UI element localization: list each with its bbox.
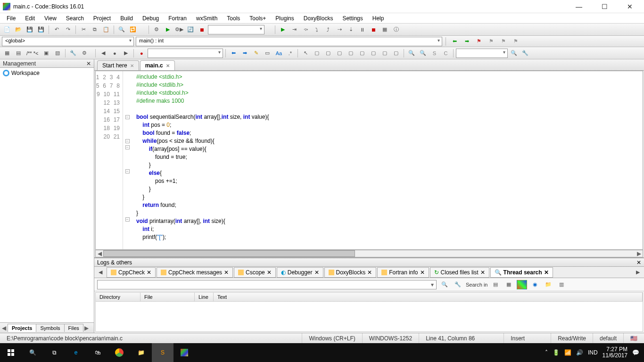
macro-dropdown[interactable] [148, 49, 223, 58]
save-icon[interactable]: 💾 [25, 25, 35, 34]
logs-tab-cppcheck[interactable]: CppCheck✕ [107, 267, 156, 278]
rebuild-icon[interactable]: 🔄 [185, 25, 196, 34]
minimize-button[interactable]: — [570, 3, 587, 10]
box5-icon[interactable]: ▢ [357, 49, 367, 58]
debug-step-out-icon[interactable]: ⤴ [323, 25, 333, 34]
box3-icon[interactable]: ▢ [334, 49, 345, 58]
letter-s-icon[interactable]: S [429, 49, 439, 58]
tab-close-icon[interactable]: ✕ [314, 269, 319, 276]
logs-tab-doxyblocks[interactable]: DoxyBlocks✕ [324, 267, 377, 278]
sublime-icon[interactable]: S [152, 343, 173, 362]
logs-tab-cscope[interactable]: Cscope✕ [234, 267, 276, 278]
scope-global-dropdown[interactable]: <global> [2, 37, 134, 46]
menu-doxyblocks[interactable]: DoxyBlocks [300, 14, 337, 23]
match-case-icon[interactable]: Aa [273, 49, 284, 58]
scope-target-icon[interactable]: ◉ [530, 280, 540, 289]
col-line[interactable]: Line [195, 293, 214, 301]
abort-icon[interactable]: ⏹ [197, 25, 207, 34]
logs-tab-left-arrow-icon[interactable]: ◀ [95, 268, 106, 277]
search-go-icon[interactable]: 🔍 [509, 49, 519, 58]
fold-toggle-icon[interactable]: − [125, 145, 130, 149]
menu-build[interactable]: Build [116, 14, 137, 23]
debug-step-over-icon[interactable]: ⤼ [300, 25, 311, 34]
menu-tools[interactable]: Tools [223, 14, 244, 23]
tab-close-icon[interactable]: ✕ [367, 269, 372, 276]
col-text[interactable]: Text [214, 293, 643, 301]
wifi-icon[interactable]: 📶 [564, 349, 571, 356]
run-icon[interactable]: ▶ [163, 25, 173, 34]
fold-toggle-icon[interactable]: − [125, 169, 130, 173]
bookmark-clear-icon[interactable]: ⚑ [511, 37, 521, 46]
mgmt-tab-symbols[interactable]: Symbols [36, 324, 64, 332]
battery-icon[interactable]: 🔋 [553, 349, 560, 356]
code-editor[interactable]: 1 2 3 4 5 6 7 8 9 10 11 12 13 14 15 16 1… [95, 71, 643, 250]
menu-fortran[interactable]: Fortran [165, 14, 190, 23]
debug-info-icon[interactable]: ⓘ [391, 25, 401, 34]
col-file[interactable]: File [140, 293, 195, 301]
redo-icon[interactable]: ↷ [63, 25, 73, 34]
tab-close-icon[interactable]: ✕ [130, 63, 134, 68]
tab-start-here[interactable]: Start here ✕ [97, 60, 139, 70]
tray-expand-icon[interactable]: ˄ [545, 349, 548, 356]
build-icon[interactable]: ⚙ [151, 25, 162, 34]
menu-settings[interactable]: Settings [339, 14, 366, 23]
copy-icon[interactable]: ⧉ [90, 25, 100, 34]
doxy-wrench-icon[interactable]: 🔧 [68, 49, 78, 58]
fold-toggle-icon[interactable]: − [125, 139, 130, 143]
codeblocks-taskbar-icon[interactable] [173, 343, 195, 362]
box6-icon[interactable]: ▢ [368, 49, 379, 58]
bookmark-prev-icon[interactable]: ⚑ [486, 37, 496, 46]
doxy-prefs-icon[interactable]: ⚙ [79, 49, 90, 58]
menu-wxsmith[interactable]: wxSmith [192, 14, 221, 23]
col-directory[interactable]: Directory [96, 293, 140, 301]
code-content[interactable]: #include <stdio.h> #include <stdlib.h> #… [132, 71, 643, 249]
record-icon[interactable]: ● [136, 49, 147, 58]
tab-close-icon[interactable]: ✕ [147, 269, 151, 276]
jump-dot-icon[interactable]: ● [109, 49, 120, 58]
prev-mark-icon[interactable]: ⬅ [228, 49, 239, 58]
debug-windows-icon[interactable]: ▦ [380, 25, 390, 34]
cursor-icon[interactable]: ↖ [300, 49, 311, 58]
find-icon[interactable]: 🔍 [116, 25, 127, 34]
jump-back-icon[interactable]: ◀ [98, 49, 108, 58]
box4-icon[interactable]: ▢ [346, 49, 356, 58]
nav-forward-icon[interactable]: ➡ [462, 37, 472, 46]
scrollbar-thumb[interactable] [103, 250, 355, 257]
language-indicator[interactable]: IND [588, 349, 598, 356]
doxy-run-icon[interactable]: ▣ [41, 49, 51, 58]
search-results-table[interactable]: Directory File Line Text [95, 292, 643, 332]
new-file-icon[interactable]: 📄 [2, 25, 12, 34]
doxy-line-icon[interactable]: ▤ [13, 49, 24, 58]
store-icon[interactable]: 🛍 [87, 343, 108, 362]
volume-icon[interactable]: 🔊 [576, 349, 583, 356]
workspace-tree[interactable]: Workspace [0, 68, 94, 322]
search-options-icon[interactable]: 🔧 [453, 280, 463, 289]
debug-next-instr-icon[interactable]: ⇢ [334, 25, 345, 34]
file-explorer-icon[interactable]: 📁 [130, 343, 152, 362]
mgmt-tab-left-arrow-icon[interactable]: ◀ [0, 325, 8, 331]
mgmt-tab-right-arrow-icon[interactable]: ▶ [83, 325, 91, 331]
search-dropdown[interactable] [456, 49, 508, 58]
bookmark-toggle-icon[interactable]: ⚑ [474, 37, 484, 46]
search-icon[interactable]: 🔍 [22, 343, 43, 362]
search-options-icon[interactable]: 🔧 [520, 49, 530, 58]
debug-step-into-icon[interactable]: ⤵ [312, 25, 322, 34]
horizontal-scrollbar[interactable]: ◀ ▶ [95, 250, 643, 257]
debug-run-to-cursor-icon[interactable]: ⇥ [289, 25, 299, 34]
regex-icon[interactable]: .* [285, 49, 295, 58]
logs-tab-cppcheck-messages[interactable]: CppCheck messages✕ [157, 267, 233, 278]
scope-function-dropdown[interactable]: main() : int [136, 37, 442, 46]
search-run-icon[interactable]: 🔍 [439, 280, 450, 289]
menu-help[interactable]: Help [369, 14, 388, 23]
build-run-icon[interactable]: ⚙▶ [174, 25, 184, 34]
open-file-icon[interactable]: 📂 [13, 25, 24, 34]
task-view-icon[interactable]: ⧉ [43, 343, 65, 362]
scope-mask-icon[interactable]: ▥ [556, 280, 567, 289]
doxy-html-icon[interactable]: ▧ [52, 49, 63, 58]
fold-column[interactable]: −−−−− [123, 71, 132, 249]
nav-back-icon[interactable]: ⬅ [449, 37, 460, 46]
mgmt-tab-files[interactable]: Files [64, 324, 83, 332]
tab-main-c[interactable]: main.c ✕ [140, 60, 175, 70]
menu-search[interactable]: Search [62, 14, 88, 23]
logs-tab-fortran[interactable]: Fortran info✕ [377, 267, 429, 278]
